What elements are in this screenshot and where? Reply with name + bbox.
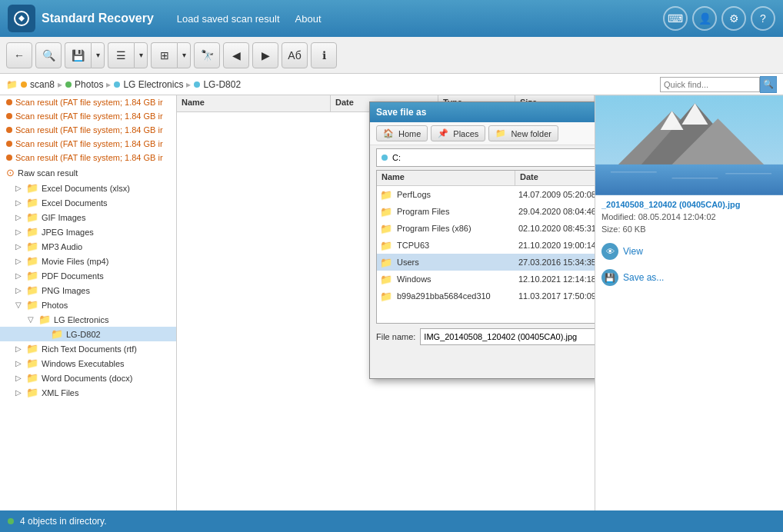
- dialog-file-row[interactable]: 📁 b99a291bba5684ced310 11.03.2017 17:50:…: [377, 288, 595, 304]
- list-dropdown-button[interactable]: ▾: [134, 42, 148, 68]
- info-button[interactable]: ℹ: [311, 42, 337, 68]
- tree-item-xml[interactable]: ▷ 📁 XML Files: [0, 385, 176, 400]
- preview-modified: Modified: 08.05.2014 12:04:02: [601, 212, 777, 221]
- tree-item-gif[interactable]: ▷ 📁 GIF Images: [0, 210, 176, 224]
- quick-find: 🔍: [660, 76, 777, 93]
- folder-icon: 📁: [380, 291, 392, 302]
- tree-item-rtf[interactable]: ▷ 📁 Rich Text Documents (rtf): [0, 341, 176, 356]
- tree-item-jpeg[interactable]: ▷ 📁 JPEG Images: [0, 224, 176, 239]
- dialog-file-list[interactable]: Name Date Type Size 📁 PerfLogs 14.07.200…: [376, 170, 595, 324]
- folder-icon: 📁: [26, 270, 38, 281]
- grid-button[interactable]: ⊞: [151, 42, 177, 68]
- new-folder-icon: 📁: [495, 128, 506, 138]
- help-button[interactable]: ?: [751, 6, 775, 31]
- tree-item-photos[interactable]: ▽ 📁 Photos: [0, 298, 176, 312]
- folder-icon: 📁: [26, 284, 38, 296]
- folder-icon: 📁: [26, 197, 38, 208]
- folder-icon: 📁: [26, 387, 38, 398]
- folder-icon: 📁: [380, 240, 392, 251]
- tree-item-pdf[interactable]: ▷ 📁 PDF Documents: [0, 268, 176, 283]
- save-dropdown-button[interactable]: ▾: [91, 42, 105, 68]
- list-button[interactable]: ☰: [108, 42, 134, 68]
- scan-button[interactable]: 🔭: [194, 42, 220, 68]
- scan-dot-1: [6, 99, 12, 105]
- dialog-file-row[interactable]: 📁 Users 27.03.2016 15:34:35 File folder: [377, 254, 595, 271]
- keyboard-button[interactable]: ⌨: [663, 6, 688, 31]
- toolbar: ← 🔍 💾 ▾ ☰ ▾ ⊞ ▾ 🔭 ◀ ▶ Aб ℹ: [0, 37, 783, 74]
- grid-button-group: ⊞ ▾: [151, 42, 191, 68]
- scan-result-4[interactable]: Scan result (FAT file system; 1.84 GB ir: [0, 137, 176, 151]
- folder-icon: 📁: [26, 226, 38, 238]
- save-button[interactable]: 💾: [65, 42, 91, 68]
- next-button[interactable]: ▶: [252, 42, 278, 68]
- tree-item-lg-electronics[interactable]: ▽ 📁 LG Electronics: [0, 312, 176, 327]
- quick-find-button[interactable]: 🔍: [760, 76, 777, 93]
- load-scan-link[interactable]: Load saved scan result: [177, 13, 280, 25]
- lg-electronics-dot: [114, 81, 120, 88]
- tree-item-lg-d802[interactable]: 📁 LG-D802: [0, 327, 176, 341]
- dialog-toolbar: 🏠 Home 📌 Places 📁 New folder: [370, 122, 595, 145]
- settings-button[interactable]: ⚙: [721, 6, 746, 31]
- scan-result-3[interactable]: Scan result (FAT file system; 1.84 GB ir: [0, 123, 176, 137]
- raw-scan-icon: ⊙: [6, 167, 15, 178]
- view-button[interactable]: 👁 View: [595, 238, 783, 264]
- location-text: C:: [392, 153, 401, 162]
- prev-button[interactable]: ◀: [223, 42, 249, 68]
- breadcrumb-lg-electronics[interactable]: LG Electronics: [123, 79, 183, 90]
- breadcrumb-lg-d802[interactable]: LG-D802: [203, 79, 241, 90]
- statusbar: 4 objects in directory.: [0, 510, 783, 532]
- font-button[interactable]: Aб: [282, 42, 308, 68]
- scan-result-2[interactable]: Scan result (FAT file system; 1.84 GB ir: [0, 109, 176, 123]
- scan-dot-5: [6, 155, 12, 161]
- dialog-file-row[interactable]: 📁 Program Files (x86) 02.10.2020 08:45:3…: [377, 220, 595, 237]
- dialog-file-row[interactable]: 📁 Program Files 29.04.2020 08:04:46 File…: [377, 203, 595, 220]
- save-button-group: 💾 ▾: [65, 42, 105, 68]
- dialog-file-rows: 📁 PerfLogs 14.07.2009 05:20:08 File fold…: [377, 186, 595, 304]
- search-button[interactable]: 🔍: [35, 42, 62, 68]
- filename-input[interactable]: [420, 328, 595, 345]
- dialog-new-folder-button[interactable]: 📁 New folder: [488, 125, 558, 141]
- app-name: Standard Recovery: [42, 12, 154, 25]
- tree-item-win-exe[interactable]: ▷ 📁 Windows Executables: [0, 356, 176, 371]
- home-icon: 🏠: [383, 128, 394, 138]
- about-link[interactable]: About: [295, 13, 322, 25]
- folder-icon: 📁: [26, 211, 38, 223]
- tree-item-png[interactable]: ▷ 📁 PNG Images: [0, 283, 176, 298]
- breadcrumb-scan8[interactable]: scan8: [30, 79, 55, 90]
- folder-icon: 📁: [51, 328, 63, 340]
- dialog-file-row[interactable]: 📁 TCPU63 21.10.2020 19:00:14 File folder: [377, 237, 595, 254]
- folder-icon: 📁: [380, 223, 392, 234]
- dialog-file-header: Name Date Type Size: [377, 171, 595, 186]
- tree-item-excel-xlsx[interactable]: ▷ 📁 Excel Documents (xlsx): [0, 181, 176, 195]
- quick-find-input[interactable]: [660, 77, 760, 92]
- folder-icon: 📁: [26, 241, 38, 252]
- dfh-name[interactable]: Name: [377, 171, 515, 185]
- raw-scan-result[interactable]: ⊙ Raw scan result: [0, 165, 176, 181]
- tree-item-word[interactable]: ▷ 📁 Word Documents (docx): [0, 371, 176, 385]
- grid-dropdown-button[interactable]: ▾: [177, 42, 191, 68]
- breadcrumb-folder-icon: 📁: [6, 79, 18, 90]
- scan-result-5[interactable]: Scan result (FAT file system; 1.84 GB ir: [0, 151, 176, 165]
- dialog-places-button[interactable]: 📌 Places: [431, 125, 485, 141]
- header: Standard Recovery Load saved scan result…: [0, 0, 783, 37]
- back-button[interactable]: ←: [6, 42, 32, 68]
- user-button[interactable]: 👤: [692, 6, 717, 31]
- dfh-date[interactable]: Date: [515, 171, 595, 185]
- left-panel: Scan result (FAT file system; 1.84 GB ir…: [0, 95, 177, 510]
- folder-icon: 📁: [26, 299, 38, 311]
- scan-result-1[interactable]: Scan result (FAT file system; 1.84 GB ir: [0, 95, 176, 109]
- app-logo: Standard Recovery: [8, 5, 154, 32]
- status-text: 4 objects in directory.: [20, 516, 107, 527]
- lg-d802-dot: [194, 81, 200, 88]
- dialog-file-row[interactable]: 📁 Windows 12.10.2021 12:14:18 File folde…: [377, 271, 595, 288]
- folder-icon: 📁: [380, 189, 392, 201]
- tree-item-excel[interactable]: ▷ 📁 Excel Documents: [0, 195, 176, 210]
- dialog-title: Save file as: [376, 107, 595, 118]
- tree-item-mp3[interactable]: ▷ 📁 MP3 Audio: [0, 239, 176, 254]
- dialog-file-row[interactable]: 📁 PerfLogs 14.07.2009 05:20:08 File fold…: [377, 186, 595, 203]
- dialog-home-button[interactable]: 🏠 Home: [376, 125, 428, 141]
- tree-item-movie[interactable]: ▷ 📁 Movie Files (mp4): [0, 254, 176, 268]
- breadcrumb-photos[interactable]: Photos: [75, 79, 103, 90]
- preview-size: Size: 60 KB: [601, 224, 777, 234]
- save-as-button[interactable]: 💾 Save as...: [595, 264, 783, 291]
